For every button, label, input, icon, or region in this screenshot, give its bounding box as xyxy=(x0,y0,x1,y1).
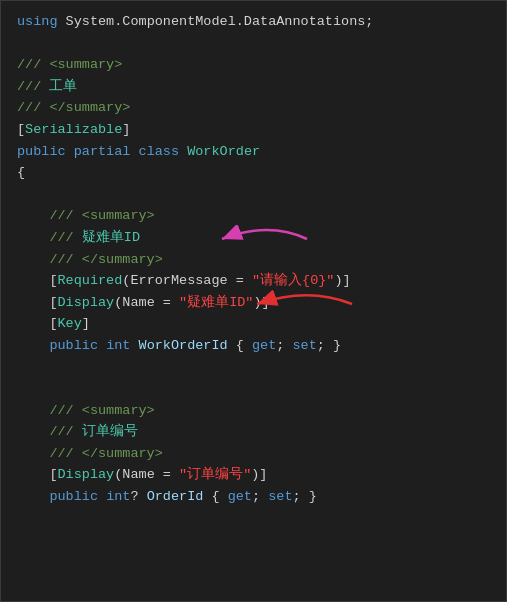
code-line-12: /// </summary> xyxy=(17,249,490,271)
code-line-16: public int WorkOrderId { get ; set ; } xyxy=(17,335,490,357)
code-line-6: [Serializable] xyxy=(17,119,490,141)
code-line-20: /// 订单编号 xyxy=(17,421,490,443)
code-line-14: [Display(Name = "疑难单ID")] xyxy=(17,292,490,314)
code-editor: using System.ComponentModel.DataAnnotati… xyxy=(0,0,507,602)
code-line-4: /// 工单 xyxy=(17,76,490,98)
code-line-19: /// <summary> xyxy=(17,400,490,422)
code-line-10: /// <summary> xyxy=(17,205,490,227)
code-line-13: [Required(ErrorMessage = "请输入{0}")] xyxy=(17,270,490,292)
code-line-23: public int ? OrderId { get ; set ; } xyxy=(17,486,490,508)
blank-line-9 xyxy=(17,184,490,206)
code-line-3: /// <summary> xyxy=(17,54,490,76)
code-line-8: { xyxy=(17,162,490,184)
blank-line-2 xyxy=(17,33,490,55)
code-line-5: /// </summary> xyxy=(17,97,490,119)
blank-line-17 xyxy=(17,357,490,379)
code-line-7: public partial class WorkOrder xyxy=(17,141,490,163)
code-line-11: /// 疑难单ID xyxy=(17,227,490,249)
code-line-22: [Display(Name = "订单编号")] xyxy=(17,464,490,486)
keyword-using: using xyxy=(17,11,58,33)
blank-line-18 xyxy=(17,378,490,400)
code-line-1: using System.ComponentModel.DataAnnotati… xyxy=(17,11,490,33)
code-line-21: /// </summary> xyxy=(17,443,490,465)
code-line-15: [Key] xyxy=(17,313,490,335)
